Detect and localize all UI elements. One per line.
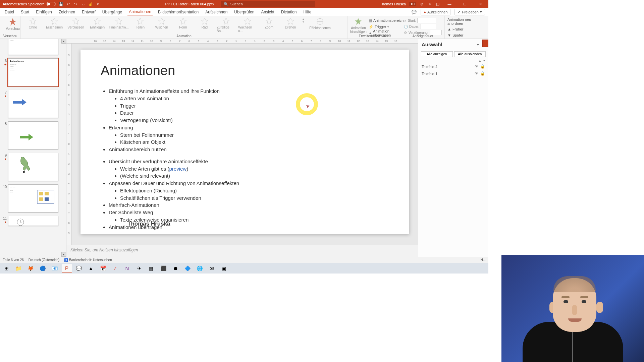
app-icon[interactable]: 💬 [74, 264, 84, 273]
obs-icon[interactable]: ⬛ [158, 264, 168, 273]
effect-wachsen[interactable]: Wachsen u... [238, 17, 257, 33]
mail-icon[interactable]: ✉ [207, 264, 217, 273]
selection-item-textfeld1[interactable]: Textfeld 1 👁🔓 [418, 70, 488, 77]
animationsbereich-button[interactable]: ▤Animationsbereich [369, 17, 404, 23]
frueher-button[interactable]: ▲Früher [447, 26, 486, 32]
tab-zeichnen[interactable]: Zeichnen [57, 9, 76, 15]
redo-icon[interactable]: ↷ [73, 2, 78, 6]
comments-icon[interactable]: 💬 [412, 10, 417, 14]
app4-icon[interactable]: ▣ [219, 264, 229, 273]
effect-erscheinen[interactable]: Erscheinen [45, 17, 64, 29]
tab-animationen[interactable]: Animationen [127, 9, 153, 15]
dauer-field[interactable]: 🕐Dauer: [404, 23, 442, 29]
eye-icon[interactable]: 👁 [475, 71, 478, 76]
move-up-icon[interactable]: ▲ [478, 59, 481, 62]
thumb-slide-8[interactable] [8, 121, 58, 149]
onenote-icon[interactable]: N [122, 264, 132, 273]
eye-icon[interactable]: 👁 [475, 64, 478, 69]
move-down-icon[interactable]: ▼ [483, 59, 486, 62]
pen-icon[interactable]: ✎ [427, 2, 432, 6]
vlc-icon[interactable]: ▲ [86, 264, 96, 273]
spaeter-button[interactable]: ▼Später [447, 32, 486, 38]
tab-ueberpruefen[interactable]: Überprüfen [233, 9, 256, 15]
selection-item-textfeld4[interactable]: Textfeld 4 👁🔓 [418, 63, 488, 70]
thumb-slide-7[interactable] [8, 90, 58, 118]
minimize-button[interactable]: — [443, 0, 455, 8]
tab-ansicht[interactable]: Ansicht [260, 9, 275, 15]
freigeben-button[interactable]: ↗Freigeben▾ [454, 9, 485, 15]
slide-author[interactable]: Thomas Hruska [127, 221, 170, 227]
app3-icon[interactable]: 🔷 [182, 264, 193, 273]
effect-zoom[interactable]: Zoom [260, 17, 278, 29]
effect-drehen[interactable]: Drehen [281, 17, 300, 29]
effect-hineinschweben[interactable]: Hineinschw... [109, 17, 128, 29]
calendar-icon[interactable]: 📅 [98, 264, 108, 273]
explorer-icon[interactable]: 📁 [13, 264, 23, 273]
accessibility-check[interactable]: ♿ Barrierefreiheit: Untersuchen [64, 258, 112, 262]
thumb-slide-10[interactable]: —— ———— —— — [8, 184, 58, 213]
lock-icon[interactable]: 🔓 [480, 71, 485, 76]
save-icon[interactable]: 💾 [59, 2, 63, 6]
maximize-button[interactable]: ☐ [459, 0, 471, 8]
coming-soon-icon[interactable]: ⊕ [419, 2, 424, 6]
tab-hilfe[interactable]: Hilfe [302, 9, 313, 15]
pane-dropdown-icon[interactable]: ▾ [477, 42, 479, 47]
lock-icon[interactable]: 🔓 [480, 64, 485, 69]
todoist-icon[interactable]: ✓ [110, 264, 120, 273]
thumbs-scroll-down[interactable]: ▼ [61, 252, 66, 257]
tab-uebergaenge[interactable]: Übergänge [101, 9, 123, 15]
toggle-switch-icon[interactable] [47, 2, 56, 6]
edge-icon[interactable]: 🌐 [195, 264, 205, 273]
hide-all-button[interactable]: Alle ausblenden [454, 51, 486, 57]
effect-ohne[interactable]: Ohne [23, 17, 42, 29]
language-indicator[interactable]: Deutsch (Österreich) [29, 258, 59, 262]
slide-canvas[interactable]: Animationen Einführung in Animationseffe… [80, 50, 409, 234]
thumbs-scroll-up[interactable]: ▲ [61, 39, 66, 44]
chrome-icon[interactable]: 🔵 [38, 264, 48, 273]
effect-zufaellige-balken[interactable]: Zufällige Ba... [217, 17, 235, 33]
effect-verblassen[interactable]: Verblassen [66, 17, 85, 29]
effect-rad[interactable]: Rad [195, 17, 214, 29]
tab-entwurf[interactable]: Entwurf [80, 9, 97, 15]
thumb-slide-11[interactable] [8, 216, 58, 226]
user-name[interactable]: Thomas Hruska [380, 2, 406, 6]
slide-counter[interactable]: Folie 6 von 26 [3, 258, 24, 262]
user-badge[interactable]: TH [409, 2, 416, 6]
animation-hinzufuegen-button[interactable]: Animation hinzufügen [350, 17, 367, 36]
powerpoint-icon[interactable]: P [62, 264, 72, 273]
outlook-icon[interactable]: 📧 [50, 264, 60, 273]
notes-pane[interactable]: Klicken Sie, um Notizen hinzuzufügen [66, 245, 418, 257]
ribbon-options-icon[interactable]: ▢ [435, 2, 440, 6]
qat-dropdown-icon[interactable]: ▾ [96, 2, 100, 6]
effect-teilen[interactable]: Teilen [131, 17, 150, 29]
touch-mode-icon[interactable]: ☝ [88, 2, 93, 6]
thumb-slide-6[interactable]: Animationen— — — — — — — —— — — — —— — —… [8, 58, 58, 86]
vorschau-button[interactable]: Vorschau [3, 17, 23, 31]
effektoptionen-button[interactable]: Effektoptionen [310, 17, 330, 30]
effect-einfliegen[interactable]: Einfliegen [88, 17, 107, 29]
close-button[interactable]: ✕ [474, 0, 486, 8]
tab-aufzeichnen[interactable]: Aufzeichnen [204, 9, 229, 15]
effect-wischen[interactable]: Wischen [152, 17, 171, 29]
telegram-icon[interactable]: ✈ [134, 264, 144, 273]
aufzeichnen-button[interactable]: ●Aufzeichnen [421, 9, 450, 15]
present-from-start-icon[interactable]: ▱ [81, 2, 86, 6]
start-field[interactable]: ▷Start: [404, 17, 442, 23]
tab-datei[interactable]: Datei [3, 9, 15, 15]
slide-body-2[interactable]: Übersicht über verfügbare Animationseffe… [101, 158, 389, 231]
start-menu-button[interactable]: ⊞ [1, 264, 11, 273]
show-all-button[interactable]: Alle anzeigen [421, 51, 453, 57]
undo-icon[interactable]: ↶ [66, 2, 71, 6]
notes-toggle[interactable]: N... [480, 258, 486, 262]
search-input[interactable]: 🔍 Suchen [221, 1, 315, 7]
preview-link[interactable]: preview [169, 166, 186, 172]
record-icon[interactable]: ⏺ [170, 264, 180, 273]
thumb-slide-5[interactable]: Animationen— — — — — — — —— — — — — [8, 39, 58, 55]
autosave-toggle[interactable]: Automatisches Speichern [3, 2, 56, 6]
tab-dictation[interactable]: Dictation [280, 9, 298, 15]
slide-body[interactable]: Einführung in Animationseffekte und ihre… [101, 87, 389, 153]
effect-form[interactable]: Form [174, 17, 193, 29]
document-title[interactable]: PPT 01 Roter Faden 004.pptx [165, 2, 214, 6]
tab-bildschirmpraesentation[interactable]: Bildschirmpräsentation [157, 9, 200, 15]
tab-start[interactable]: Start [19, 9, 31, 15]
